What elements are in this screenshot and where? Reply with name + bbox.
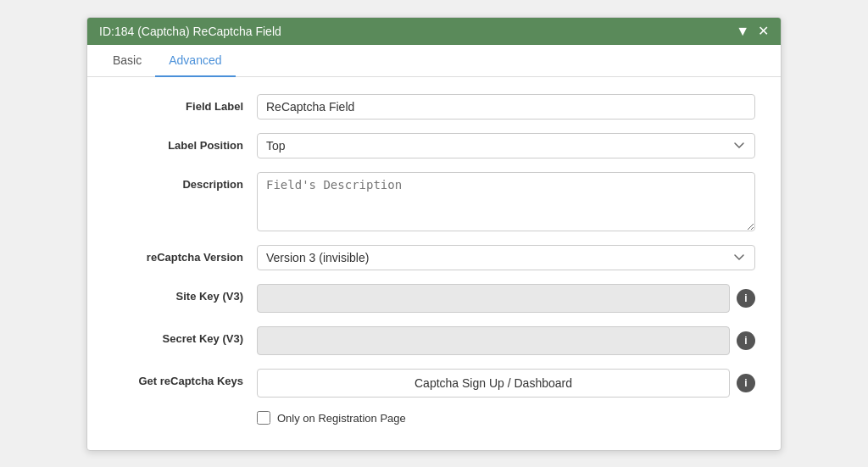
description-label: Description (113, 172, 257, 191)
site-key-input-area (257, 284, 730, 313)
tab-advanced[interactable]: Advanced (155, 45, 235, 77)
site-key-info-icon[interactable]: i (737, 289, 755, 308)
registration-checkbox[interactable] (257, 411, 270, 425)
field-label-input[interactable] (257, 94, 755, 120)
site-key-input[interactable] (257, 284, 730, 313)
field-label-row: Field Label (113, 94, 755, 120)
recaptcha-version-row: reCaptcha Version Version 2 (checkbox) V… (113, 245, 755, 270)
panel-header: ID:184 (Captcha) ReCaptcha Field ▼ ✕ (87, 18, 781, 45)
panel-controls: ▼ ✕ (736, 25, 769, 38)
recaptcha-version-select[interactable]: Version 2 (checkbox) Version 3 (invisibl… (257, 245, 755, 270)
site-key-label: Site Key (V3) (113, 284, 257, 303)
secret-key-label: Secret Key (V3) (113, 326, 257, 345)
get-keys-label: Get reCaptcha Keys (113, 369, 257, 387)
panel-title: ID:184 (Captcha) ReCaptcha Field (99, 25, 281, 38)
close-icon[interactable]: ✕ (758, 25, 769, 38)
get-keys-wrapper: Captcha Sign Up / Dashboard i (257, 369, 755, 398)
site-key-wrapper: i (257, 284, 755, 313)
get-keys-row: Get reCaptcha Keys Captcha Sign Up / Das… (113, 369, 755, 398)
tab-basic[interactable]: Basic (99, 45, 155, 77)
get-keys-info-icon[interactable]: i (737, 374, 755, 392)
registration-checkbox-label: Only on Registration Page (277, 412, 406, 425)
description-textarea[interactable] (257, 172, 755, 231)
secret-key-input[interactable] (257, 326, 730, 355)
description-row: Description (113, 172, 755, 231)
field-label-wrapper (257, 94, 755, 120)
recaptcha-version-wrapper: Version 2 (checkbox) Version 3 (invisibl… (257, 245, 755, 270)
minimize-icon[interactable]: ▼ (736, 25, 749, 38)
form-body: Field Label Label Position Top Left Righ… (87, 77, 781, 450)
panel: ID:184 (Captcha) ReCaptcha Field ▼ ✕ Bas… (86, 17, 782, 451)
secret-key-info-icon[interactable]: i (737, 331, 755, 350)
recaptcha-version-label: reCaptcha Version (113, 245, 257, 264)
label-position-select[interactable]: Top Left Right Hidden (257, 133, 755, 158)
secret-key-input-area (257, 326, 730, 355)
captcha-signup-button[interactable]: Captcha Sign Up / Dashboard (257, 369, 730, 398)
get-keys-button-area: Captcha Sign Up / Dashboard (257, 369, 730, 398)
secret-key-row: Secret Key (V3) i (113, 326, 755, 355)
registration-checkbox-row: Only on Registration Page (113, 411, 755, 425)
label-position-label: Label Position (113, 133, 257, 152)
field-label-label: Field Label (113, 94, 257, 113)
tabs-container: Basic Advanced (87, 45, 781, 77)
site-key-row: Site Key (V3) i (113, 284, 755, 313)
label-position-row: Label Position Top Left Right Hidden (113, 133, 755, 158)
label-position-wrapper: Top Left Right Hidden (257, 133, 755, 158)
secret-key-wrapper: i (257, 326, 755, 355)
description-wrapper (257, 172, 755, 231)
